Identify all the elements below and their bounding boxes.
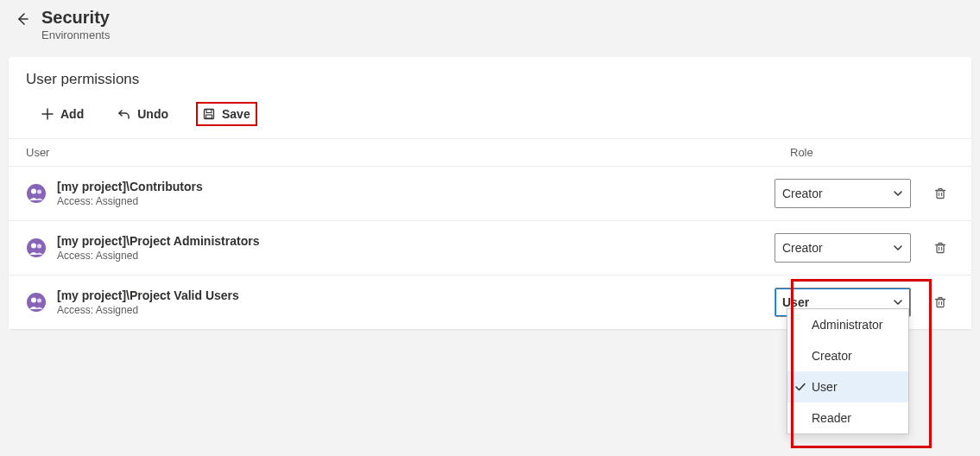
role-dropdown: Administrator Creator User Reader — [787, 308, 909, 434]
role-select-value: Creator — [782, 241, 823, 255]
toolbar: Add Undo Save — [9, 95, 971, 138]
role-option-user[interactable]: User — [787, 371, 908, 402]
svg-point-18 — [37, 244, 41, 249]
identity-access: Access: Assigned — [57, 303, 775, 317]
back-arrow-button[interactable] — [14, 10, 31, 28]
identity-name: [my project]\Project Valid Users — [57, 288, 775, 303]
svg-point-28 — [37, 299, 41, 303]
page-title: Security — [41, 7, 110, 28]
svg-rect-19 — [937, 245, 944, 253]
trash-icon — [933, 295, 947, 309]
identity-access: Access: Assigned — [57, 194, 775, 208]
identity-name: [my project]\Project Administrators — [57, 233, 775, 249]
add-button[interactable]: Add — [35, 102, 91, 126]
role-option-label: User — [812, 380, 838, 394]
delete-button[interactable] — [926, 288, 954, 316]
undo-button[interactable]: Undo — [111, 102, 175, 126]
role-option-creator[interactable]: Creator — [787, 340, 908, 371]
chevron-down-icon — [893, 243, 903, 253]
svg-point-8 — [37, 190, 41, 194]
permission-row: [my project]\Contributors Access: Assign… — [9, 167, 971, 221]
permissions-panel: User permissions Add Undo Save User Role… — [9, 57, 971, 329]
trash-icon — [933, 187, 947, 200]
save-button[interactable]: Save — [196, 102, 257, 126]
role-option-administrator[interactable]: Administrator — [787, 309, 908, 340]
role-select-value: User — [782, 295, 809, 309]
role-select[interactable]: Creator — [775, 179, 911, 208]
identity-name: [my project]\Contributors — [57, 179, 775, 194]
undo-label: Undo — [137, 107, 168, 121]
grid-header: User Role — [9, 138, 971, 167]
role-select[interactable]: Creator — [775, 233, 911, 263]
check-icon — [794, 381, 806, 393]
svg-point-17 — [31, 244, 36, 249]
role-select-value: Creator — [782, 187, 823, 200]
permission-row: [my project]\Project Administrators Acce… — [9, 221, 971, 276]
delete-button[interactable] — [926, 234, 954, 262]
svg-rect-29 — [937, 300, 944, 307]
arrow-left-icon — [16, 12, 29, 26]
permission-row: [my project]\Project Valid Users Access:… — [9, 276, 971, 329]
role-option-label: Reader — [812, 411, 851, 425]
save-icon — [203, 108, 215, 120]
chevron-down-icon — [893, 297, 903, 307]
trash-icon — [933, 241, 947, 255]
group-avatar-icon — [26, 292, 47, 313]
page-header: Security Environments — [0, 0, 980, 47]
role-option-reader[interactable]: Reader — [787, 402, 908, 434]
chevron-down-icon — [893, 188, 903, 199]
svg-rect-5 — [205, 115, 212, 118]
svg-point-27 — [31, 298, 36, 303]
add-label: Add — [60, 107, 84, 121]
plus-icon — [41, 108, 54, 120]
role-option-label: Creator — [812, 349, 852, 363]
delete-button[interactable] — [926, 180, 954, 207]
group-avatar-icon — [26, 238, 47, 258]
column-header-role: Role — [790, 146, 920, 159]
svg-point-7 — [31, 189, 36, 194]
undo-icon — [118, 108, 130, 120]
identity-access: Access: Assigned — [57, 249, 775, 263]
svg-rect-9 — [937, 191, 944, 199]
page-subtitle: Environments — [41, 28, 110, 43]
role-option-label: Administrator — [812, 318, 882, 332]
column-header-user: User — [26, 146, 790, 159]
save-label: Save — [222, 107, 250, 121]
group-avatar-icon — [26, 183, 47, 204]
panel-title: User permissions — [9, 57, 971, 95]
